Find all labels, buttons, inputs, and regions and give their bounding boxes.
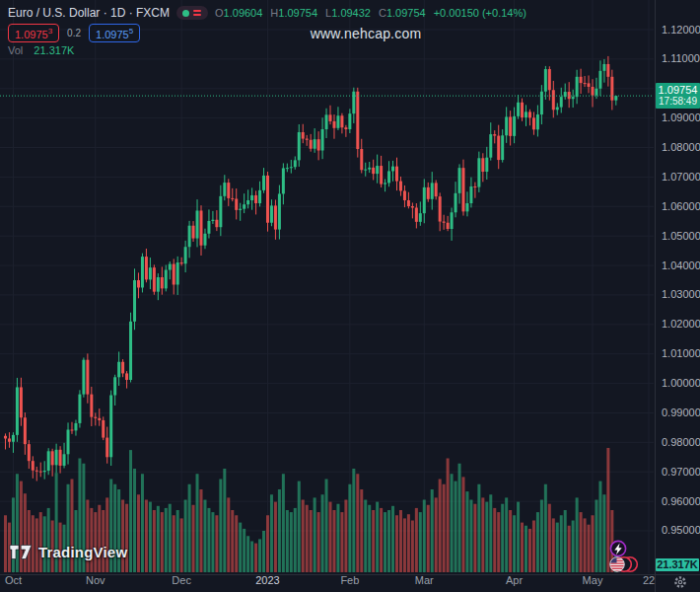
candle-body xyxy=(219,196,222,227)
symbol-title[interactable]: Euro / U.S. Dollar · 1D · FXCM xyxy=(8,6,170,20)
volume-bar xyxy=(302,500,305,573)
candle-body xyxy=(129,322,132,380)
candle-body xyxy=(270,205,273,222)
candle-body xyxy=(521,103,524,117)
candle-body xyxy=(321,129,324,151)
candle-body xyxy=(109,396,112,458)
volume-bar xyxy=(137,494,140,572)
candle-body xyxy=(489,134,492,158)
last-price-badge: 1.09754 17:58:49 xyxy=(656,83,700,109)
candle-body xyxy=(43,471,46,472)
chart-pane[interactable]: 1.120001.110001.100001.090001.080001.070… xyxy=(0,0,700,592)
volume-bar xyxy=(391,506,394,572)
volume-bar xyxy=(501,504,504,572)
candle-body xyxy=(352,92,355,113)
candle-body xyxy=(70,429,73,430)
candle-body xyxy=(536,114,539,129)
volume-bar xyxy=(431,489,434,572)
time-axis-settings-button[interactable] xyxy=(675,577,684,586)
candle-body xyxy=(458,168,461,193)
candle-body xyxy=(423,187,426,213)
change-value: +0.00150 (+0.14%) xyxy=(434,7,526,19)
volume-bar xyxy=(360,489,363,572)
volume-bar xyxy=(157,506,160,572)
volume-bar xyxy=(192,505,195,572)
gear-icon xyxy=(675,577,684,586)
candle-body xyxy=(258,190,261,203)
flags-button[interactable] xyxy=(609,556,637,572)
volume-bar xyxy=(399,510,402,572)
volume-bar xyxy=(286,510,289,572)
candle-body xyxy=(525,111,527,117)
time-tick-label: Feb xyxy=(340,574,359,586)
market-status-pill[interactable] xyxy=(176,6,208,20)
volume-bar xyxy=(188,484,191,572)
volume-bar xyxy=(423,500,426,573)
candle-body xyxy=(431,183,434,198)
volume-bar xyxy=(513,515,516,572)
tradingview-logo[interactable]: TradingView xyxy=(9,544,127,560)
candle-body xyxy=(528,111,531,117)
volume-bar xyxy=(473,504,476,572)
volume-bar xyxy=(528,529,531,572)
volume-bar xyxy=(250,542,253,573)
candle-body xyxy=(173,264,175,285)
volume-bar xyxy=(133,469,136,572)
volume-label[interactable]: Vol xyxy=(8,44,23,56)
buy-button[interactable]: 1.09755 xyxy=(89,24,140,42)
volume-bar xyxy=(497,512,500,572)
candle-body xyxy=(384,183,386,184)
volume-bar xyxy=(588,525,591,572)
candle-body xyxy=(387,171,390,183)
candle-body xyxy=(200,210,203,245)
volume-bar xyxy=(223,469,226,572)
volume-bar xyxy=(203,500,206,573)
candle-body xyxy=(552,90,555,110)
volume-bar xyxy=(231,510,234,572)
price-tick-label: 1.11000 xyxy=(662,52,700,64)
site-watermark: www.nehcap.com xyxy=(311,26,422,41)
candle-body xyxy=(439,196,442,221)
candle-body xyxy=(282,168,285,193)
candle-body xyxy=(588,83,591,87)
lightning-button[interactable] xyxy=(610,541,625,555)
quote-lines-icon xyxy=(193,10,201,16)
volume-bar xyxy=(485,502,488,572)
candle-body xyxy=(610,77,613,101)
volume-bar xyxy=(481,497,484,572)
volume-bar xyxy=(215,515,218,572)
close-label: C xyxy=(379,7,386,19)
candle-body xyxy=(94,417,97,418)
volume-bar xyxy=(592,515,595,572)
candle-body xyxy=(59,450,62,466)
price-tick-label: 1.03000 xyxy=(662,288,700,300)
volume-bar xyxy=(407,514,410,572)
volume-bar xyxy=(141,474,144,572)
volume-bar xyxy=(278,489,281,572)
volume-bar xyxy=(340,512,343,572)
volume-bar xyxy=(458,464,461,572)
volume-bar xyxy=(384,512,386,572)
candle-body xyxy=(314,139,316,149)
bar-countdown: 17:58:49 xyxy=(656,96,700,107)
candle-body xyxy=(372,168,375,174)
time-tick-label: Apr xyxy=(506,574,523,586)
candle-body xyxy=(32,461,35,471)
volume-bar xyxy=(102,510,105,572)
candle-body xyxy=(548,69,551,90)
candle-body xyxy=(415,207,418,221)
volume-bar xyxy=(380,508,383,572)
sell-button[interactable]: 1.09753 xyxy=(8,24,59,42)
price-tick-label: 1.05000 xyxy=(662,230,700,242)
price-tick-label: 0.95000 xyxy=(662,524,700,536)
volume-bar xyxy=(536,512,539,572)
candle-body xyxy=(274,205,277,229)
volume-bar xyxy=(552,518,555,572)
time-axis[interactable]: OctNovDec2023FebMarAprMay22 xyxy=(5,574,655,586)
candle-body xyxy=(584,83,587,84)
price-tick-label: 1.08000 xyxy=(662,141,700,153)
candle-body xyxy=(391,167,394,172)
volume-bar xyxy=(149,502,152,572)
volume-bar xyxy=(235,515,238,572)
volume-bar xyxy=(200,489,203,572)
